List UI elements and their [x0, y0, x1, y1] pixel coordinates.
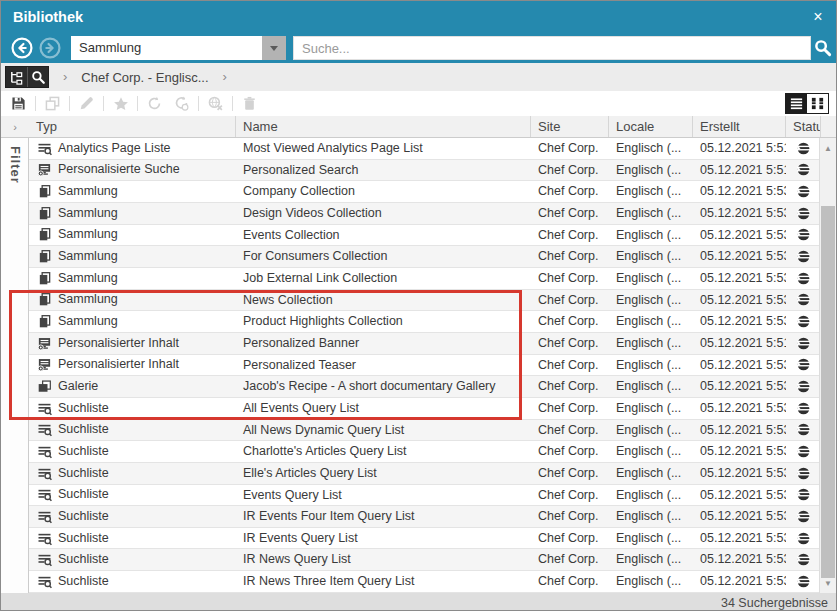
list-view-button[interactable]	[786, 94, 807, 113]
row-locale-label: Englisch (...	[609, 441, 693, 462]
remove-language-button[interactable]	[207, 95, 224, 112]
row-locale-label: Englisch (...	[609, 485, 693, 506]
row-name-label: Jacob's Recipe - A short documentary Gal…	[236, 376, 531, 397]
table-header: Typ Name Site Locale Erstellt Status	[29, 116, 837, 138]
breadcrumb-bar: › Chef Corp. - Englisc... ›	[1, 63, 837, 91]
column-header-name[interactable]: Name	[236, 116, 531, 137]
favorite-button[interactable]	[112, 95, 129, 112]
copy-button[interactable]	[44, 95, 61, 112]
copy-icon	[45, 96, 60, 111]
filter-expander-button[interactable]: ›	[1, 116, 29, 138]
table-row[interactable]: SammlungEvents CollectionChef Corp.Engli…	[29, 225, 821, 247]
language-status-icon	[797, 293, 810, 306]
row-name-label: Personalized Banner	[236, 333, 531, 354]
table-row[interactable]: SuchlisteIR News Three Item Query ListCh…	[29, 571, 821, 593]
toolbar-divider	[232, 96, 233, 111]
refresh-badge-icon	[174, 96, 189, 111]
row-locale-label: Englisch (...	[609, 420, 693, 441]
search-list-icon	[37, 422, 52, 437]
chevron-down-icon[interactable]	[262, 36, 286, 60]
vertical-scrollbar[interactable]: ▲ ▼	[819, 138, 836, 593]
table-row[interactable]: SuchlisteElle's Articles Query ListChef …	[29, 463, 821, 485]
language-status-icon	[797, 553, 810, 566]
table-row[interactable]: SuchlisteAll Events Query ListChef Corp.…	[29, 398, 821, 420]
language-status-icon	[797, 423, 810, 436]
row-locale-label: Englisch (...	[609, 138, 693, 159]
personalized-icon	[37, 336, 52, 351]
table-row[interactable]: Personalisierter InhaltPersonalized Teas…	[29, 355, 821, 377]
type-filter-dropdown[interactable]: Sammlung	[71, 36, 286, 60]
table-row[interactable]: SammlungDesign Videos CollectionChef Cor…	[29, 203, 821, 225]
row-name-label: IR Events Query List	[236, 528, 531, 549]
table-row[interactable]: SammlungFor Consumers CollectionChef Cor…	[29, 246, 821, 268]
column-header-site[interactable]: Site	[531, 116, 609, 137]
table-row[interactable]: SammlungJob External Link CollectionChef…	[29, 268, 821, 290]
row-created-label: 05.12.2021 5:51	[693, 333, 786, 354]
close-icon[interactable]: ×	[808, 7, 828, 27]
row-site-label: Chef Corp.	[531, 246, 609, 267]
table-row[interactable]: SammlungNews CollectionChef Corp.Englisc…	[29, 290, 821, 312]
column-header-erstellt[interactable]: Erstellt	[693, 116, 786, 137]
breadcrumb-segment[interactable]: Chef Corp. - Englisc...	[81, 70, 208, 85]
column-header-typ[interactable]: Typ	[29, 116, 236, 137]
save-button[interactable]	[10, 95, 27, 112]
search-icon[interactable]	[814, 39, 832, 57]
breadcrumb-chevron-icon: ›	[49, 69, 81, 86]
table-row[interactable]: SuchlisteIR Events Four Item Query ListC…	[29, 506, 821, 528]
results-count: 34 Suchergebnisse	[721, 596, 828, 610]
scroll-down-icon[interactable]: ▼	[820, 575, 836, 591]
row-type-label: Sammlung	[58, 311, 118, 332]
type-filter-value: Sammlung	[71, 36, 262, 60]
edit-button[interactable]	[78, 95, 95, 112]
filter-panel-label[interactable]: Filter	[8, 146, 23, 184]
table-row[interactable]: SuchlisteAll News Dynamic Query ListChef…	[29, 420, 821, 442]
row-site-label: Chef Corp.	[531, 463, 609, 484]
row-type-label: Suchliste	[58, 485, 109, 506]
scrollbar-thumb[interactable]	[821, 206, 835, 578]
row-locale-label: Englisch (...	[609, 355, 693, 376]
back-arrow-icon	[11, 37, 33, 59]
globe-remove-icon	[208, 96, 223, 111]
grid-view-button[interactable]	[807, 94, 828, 113]
row-locale-label: Englisch (...	[609, 506, 693, 527]
scroll-up-icon[interactable]: ▲	[820, 140, 836, 156]
tree-view-icon[interactable]	[6, 67, 27, 87]
row-locale-label: Englisch (...	[609, 181, 693, 202]
table-row[interactable]: Personalisierter InhaltPersonalized Bann…	[29, 333, 821, 355]
language-status-icon	[797, 142, 810, 155]
search-mode-icon[interactable]	[27, 67, 48, 87]
column-header-locale[interactable]: Locale	[609, 116, 693, 137]
row-name-label: Events Query List	[236, 485, 531, 506]
table-row[interactable]: SammlungProduct Highlights CollectionChe…	[29, 311, 821, 333]
search-input[interactable]	[293, 36, 811, 60]
delete-button[interactable]	[241, 95, 258, 112]
refresh-site-button[interactable]	[173, 95, 190, 112]
row-name-label: IR Events Four Item Query List	[236, 506, 531, 527]
table-row[interactable]: Personalisierte SuchePersonalized Search…	[29, 160, 821, 182]
row-locale-label: Englisch (...	[609, 160, 693, 181]
language-status-icon	[797, 510, 810, 523]
gallery-icon	[37, 379, 52, 394]
table-row[interactable]: SuchlisteCharlotte's Articles Query List…	[29, 441, 821, 463]
table-row[interactable]: Analytics Page ListeMost Viewed Analytic…	[29, 138, 821, 160]
table-row[interactable]: SuchlisteIR News Query ListChef Corp.Eng…	[29, 549, 821, 571]
table-row[interactable]: GalerieJacob's Recipe - A short document…	[29, 376, 821, 398]
collection-icon	[37, 271, 52, 286]
search-list-icon	[37, 487, 52, 502]
language-status-icon	[797, 207, 810, 220]
table-row[interactable]: SammlungCompany CollectionChef Corp.Engl…	[29, 181, 821, 203]
table-row[interactable]: SuchlisteEvents Query ListChef Corp.Engl…	[29, 485, 821, 507]
column-header-status[interactable]: Status	[786, 116, 821, 137]
refresh-button[interactable]	[146, 95, 163, 112]
row-name-label: Design Videos Collection	[236, 203, 531, 224]
row-type-label: Analytics Page Liste	[58, 138, 171, 159]
row-site-label: Chef Corp.	[531, 549, 609, 570]
language-status-icon	[797, 358, 810, 371]
star-icon	[113, 96, 129, 112]
back-button[interactable]	[11, 37, 33, 59]
row-name-label: Elle's Articles Query List	[236, 463, 531, 484]
status-bar: 34 Suchergebnisse	[1, 593, 837, 611]
forward-button[interactable]	[39, 37, 61, 59]
table-row[interactable]: SuchlisteIR Events Query ListChef Corp.E…	[29, 528, 821, 550]
row-type-label: Suchliste	[58, 420, 109, 441]
